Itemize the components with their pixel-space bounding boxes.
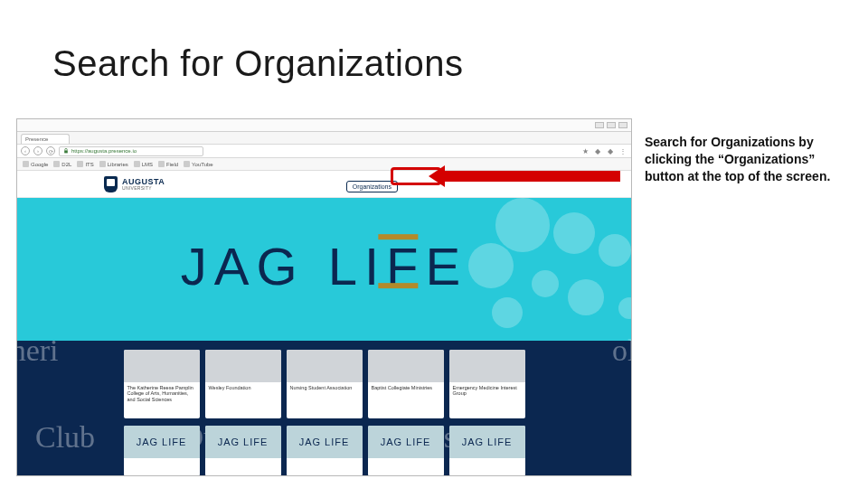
menu-icon[interactable]: ⋮: [618, 146, 627, 155]
slide-caption: Search for Organizations by clicking the…: [645, 134, 857, 185]
card-title: Emergency Medicine Interest Group: [449, 382, 525, 399]
reload-icon[interactable]: ⟳: [46, 146, 55, 155]
forward-icon[interactable]: ›: [33, 146, 42, 155]
card-thumbnail: [368, 350, 444, 382]
org-card[interactable]: Emergency Medicine Interest Group: [449, 350, 525, 418]
browser-screenshot: Presence ‹ › ⟳ https://augusta.presence.…: [16, 118, 632, 476]
bookmark-item[interactable]: D2L: [53, 161, 71, 167]
site-content: AUGUSTA UNIVERSITY Organizations: [17, 171, 631, 475]
card-thumbnail: JAG LIFE: [287, 426, 363, 458]
bookmark-item[interactable]: Google: [23, 161, 48, 167]
lock-icon: [63, 148, 69, 154]
card-row: The Katherine Reese Pamplin College of A…: [33, 350, 615, 418]
org-card[interactable]: Nursing Student Association: [287, 350, 363, 418]
card-thumbnail: JAG LIFE: [124, 426, 200, 458]
hero-banner: JAG LIFE: [17, 198, 631, 341]
accent-bar-icon: [379, 283, 419, 288]
bookmark-item[interactable]: LMS: [134, 161, 153, 167]
bookmark-item[interactable]: Field: [158, 161, 178, 167]
accent-bar-icon: [379, 234, 419, 239]
card-thumbnail: JAG LIFE: [368, 426, 444, 458]
card-title: Wesley Foundation: [205, 382, 281, 393]
back-icon[interactable]: ‹: [21, 146, 30, 155]
card-row: JAG LIFE JAG LIFE JAG LIFE JAG LIFE JAG …: [33, 426, 615, 475]
browser-tab[interactable]: Presence: [21, 134, 70, 144]
card-thumbnail: JAG LIFE: [205, 426, 281, 458]
card-thumbnail: [449, 350, 525, 382]
bookmarks-bar: Google D2L ITS Libraries LMS Field YouTu…: [17, 158, 631, 171]
window-close-icon[interactable]: [618, 122, 627, 128]
card-title: Nursing Student Association: [287, 382, 363, 393]
cards-band: Cheri olle ed The Katherine Reese Pampli…: [17, 341, 631, 475]
tabstrip: Presence: [17, 132, 631, 144]
window-minimize-icon[interactable]: [595, 122, 604, 128]
brand-subtitle: UNIVERSITY: [122, 186, 165, 191]
url-toolbar: ‹ › ⟳ https://augusta.presence.io ★ ◆ ◆ …: [17, 144, 631, 158]
hero-word-right: LIFE: [328, 236, 468, 296]
card-thumbnail: JAG LIFE: [449, 426, 525, 458]
card-thumbnail: [287, 350, 363, 382]
url-text: https://augusta.presence.io: [71, 148, 137, 154]
org-card[interactable]: JAG LIFE: [205, 426, 281, 475]
site-header: AUGUSTA UNIVERSITY Organizations: [17, 171, 631, 198]
bookmark-item[interactable]: ITS: [77, 161, 93, 167]
window-maximize-icon[interactable]: [607, 122, 616, 128]
svg-rect-0: [64, 150, 68, 153]
card-thumbnail: [124, 350, 200, 382]
org-card[interactable]: JAG LIFE: [287, 426, 363, 475]
org-card[interactable]: JAG LIFE: [124, 426, 200, 475]
bookmark-favicon-icon: [134, 161, 140, 167]
extension-icon[interactable]: ◆: [593, 146, 602, 155]
window-titlebar: [17, 119, 631, 132]
card-title: The Katherine Reese Pamplin College of A…: [124, 382, 200, 405]
org-card[interactable]: Baptist Collegiate Ministries: [368, 350, 444, 418]
bookmark-favicon-icon: [99, 161, 106, 167]
bookmark-favicon-icon: [158, 161, 165, 167]
organizations-button[interactable]: Organizations: [346, 181, 398, 192]
org-card[interactable]: The Katherine Reese Pamplin College of A…: [124, 350, 200, 418]
bookmark-favicon-icon: [184, 161, 190, 167]
card-thumbnail: [205, 350, 281, 382]
slide-title: Search for Organizations: [52, 43, 463, 84]
org-card[interactable]: Wesley Foundation: [205, 350, 281, 418]
brand-logo[interactable]: AUGUSTA UNIVERSITY: [104, 176, 165, 192]
bookmark-item[interactable]: YouTube: [184, 161, 213, 167]
hero-logo: JAG LIFE: [181, 236, 467, 296]
org-card[interactable]: JAG LIFE: [449, 426, 525, 475]
address-bar[interactable]: https://augusta.presence.io: [59, 146, 203, 156]
bookmark-favicon-icon: [53, 161, 60, 167]
card-title: Baptist Collegiate Ministries: [368, 382, 444, 393]
shield-icon: [104, 176, 118, 192]
extension-icon[interactable]: ◆: [606, 146, 615, 155]
org-card[interactable]: JAG LIFE: [368, 426, 444, 475]
bookmark-item[interactable]: Libraries: [99, 161, 128, 167]
bookmark-favicon-icon: [77, 161, 83, 167]
star-icon[interactable]: ★: [580, 146, 590, 155]
hero-word-left: JAG: [181, 236, 305, 296]
bookmark-favicon-icon: [23, 161, 29, 167]
